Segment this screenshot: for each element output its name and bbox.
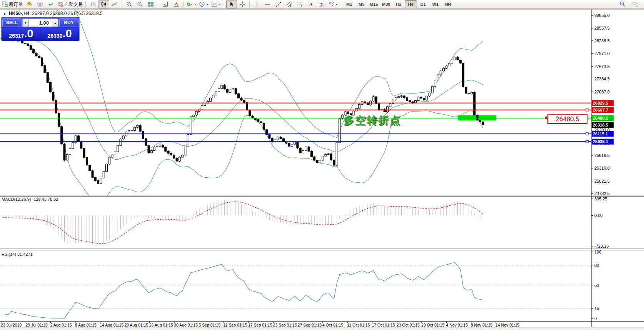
volume-decrease-button[interactable]: ▾ bbox=[22, 18, 29, 27]
dropdown-caret-icon[interactable]: ▼ bbox=[206, 3, 209, 6]
hline-handle[interactable] bbox=[586, 140, 588, 143]
fibonacci-button[interactable]: F bbox=[295, 0, 305, 8]
svg-text:80: 80 bbox=[594, 263, 599, 268]
vertical-line-button[interactable] bbox=[252, 0, 262, 8]
tf-h4[interactable]: H4 bbox=[405, 0, 417, 8]
crosshair-icon bbox=[239, 1, 245, 7]
x-tick-label: 14 Aug 01:15 bbox=[100, 323, 123, 327]
tf-w1[interactable]: W1 bbox=[429, 0, 442, 8]
new-order-button[interactable]: 新订单 bbox=[1, 0, 24, 8]
toolbar-right-group bbox=[617, 0, 643, 8]
dropdown-caret-icon[interactable]: ▼ bbox=[219, 3, 221, 6]
trendline-button[interactable] bbox=[273, 0, 284, 8]
channel-button[interactable]: E bbox=[284, 0, 295, 8]
horizontal-line-button[interactable] bbox=[262, 0, 273, 8]
tf-h1[interactable]: H1 bbox=[392, 0, 405, 8]
candlestick-chart-button[interactable] bbox=[98, 0, 109, 8]
auto-scroll-button[interactable] bbox=[160, 0, 171, 8]
buy-price[interactable]: 26330.0 bbox=[41, 28, 78, 41]
window-bottom-strip bbox=[0, 328, 644, 330]
tf-m5[interactable]: M5 bbox=[355, 0, 368, 8]
toolbar-separator bbox=[183, 1, 184, 7]
chat-button[interactable] bbox=[630, 0, 641, 8]
indicators-icon bbox=[187, 1, 193, 7]
price-box-text: 26480.5 bbox=[556, 115, 579, 123]
hline-icon bbox=[265, 1, 271, 7]
terminal-button[interactable] bbox=[35, 0, 45, 8]
collapse-panel-icon[interactable]: ▲ bbox=[3, 12, 6, 15]
indicators-button[interactable]: ▼ bbox=[185, 0, 198, 8]
volume-increase-button[interactable]: ▴ bbox=[52, 18, 58, 27]
tf-m15[interactable]: M15 bbox=[368, 0, 380, 8]
svg-text:26480.5: 26480.5 bbox=[593, 116, 608, 120]
x-tick-label: 14 Nov 01:15 bbox=[496, 323, 520, 327]
hline-handle[interactable] bbox=[586, 133, 588, 135]
sell-price[interactable]: 26317.0 bbox=[2, 28, 40, 41]
y-tick-label: 27971.0 bbox=[594, 51, 610, 56]
dropdown-caret-icon[interactable]: ▼ bbox=[335, 3, 338, 6]
chart-title-line: ▲ HK50-,H4 26297.0 26398.0 26176.5 26318… bbox=[3, 11, 103, 16]
tf-m30[interactable]: M30 bbox=[380, 0, 392, 8]
zoom-out-button[interactable] bbox=[135, 0, 145, 8]
svg-text:-723.16: -723.16 bbox=[594, 244, 609, 248]
signal-icon bbox=[48, 1, 54, 7]
x-tick-label: 29 Jul 01:15 bbox=[25, 323, 47, 327]
x-tick-label: 23 Oct 01:15 bbox=[397, 323, 420, 327]
cursor-button[interactable] bbox=[226, 0, 237, 8]
x-tick-label: 11 Sep 01:15 bbox=[224, 323, 247, 327]
arrows-button[interactable]: ▼ bbox=[327, 0, 339, 8]
chart-canvas[interactable]: 多空转折点多空转折点26480.5MACD(12,26,9) -129.43 7… bbox=[0, 0, 644, 330]
chart-shift-button[interactable] bbox=[171, 0, 182, 8]
y-tick-label: 25319.0 bbox=[594, 166, 610, 170]
svg-text:26829.5: 26829.5 bbox=[593, 101, 608, 105]
svg-text:E: E bbox=[290, 5, 292, 7]
svg-text:26318.5: 26318.5 bbox=[593, 123, 608, 127]
svg-text:25935.1: 25935.1 bbox=[593, 139, 608, 144]
x-tick-label: 20 Aug 01:15 bbox=[125, 323, 148, 327]
auto-trading-button[interactable]: 自动交易 bbox=[56, 0, 84, 8]
template-icon bbox=[211, 1, 217, 7]
search-button[interactable] bbox=[617, 0, 628, 8]
tile-windows-button[interactable] bbox=[145, 0, 156, 8]
toolbar-separator bbox=[249, 1, 250, 7]
tf-mn[interactable]: MN bbox=[442, 0, 454, 8]
vline-icon bbox=[254, 1, 260, 7]
dropdown-caret-icon[interactable]: ▼ bbox=[194, 3, 197, 6]
label-icon: T bbox=[319, 1, 325, 7]
y-tick-label: 27384.5 bbox=[594, 77, 610, 81]
x-tick-label: 27 Sep 01:15 bbox=[298, 323, 322, 327]
one-click-trading-panel: SELL ▾ 1.00 ▴ BUY 26317.0 26330.0 bbox=[1, 17, 80, 41]
volume-input[interactable]: 1.00 bbox=[29, 18, 52, 27]
zoom-in-button[interactable] bbox=[124, 0, 135, 8]
svg-text:F: F bbox=[301, 5, 302, 7]
templates-button[interactable]: ▼ bbox=[210, 0, 222, 8]
toolbar-separator bbox=[341, 1, 342, 7]
text-label-button[interactable]: T bbox=[316, 0, 327, 8]
clock-icon bbox=[199, 1, 205, 7]
tf-m1[interactable]: M1 bbox=[343, 0, 355, 8]
new-order-icon bbox=[2, 1, 8, 7]
signals-button[interactable] bbox=[45, 0, 56, 8]
x-tick-label: 23 Jul 2019 bbox=[1, 323, 22, 327]
turning-point-text[interactable]: 多空转折点 bbox=[344, 115, 401, 126]
y-tick-label: 27673.5 bbox=[594, 64, 610, 69]
x-tick-label: 17 Oct 01:15 bbox=[372, 323, 395, 327]
volume-stepper: ▾ 1.00 ▴ bbox=[22, 18, 58, 27]
market-watch-button[interactable] bbox=[24, 0, 35, 8]
text-icon: A bbox=[308, 1, 314, 7]
tile-icon bbox=[148, 1, 154, 7]
svg-text:15: 15 bbox=[594, 306, 599, 311]
sell-button[interactable]: SELL bbox=[2, 18, 22, 27]
periods-button[interactable]: ▼ bbox=[198, 0, 210, 8]
new-order-button-label: 新订单 bbox=[9, 1, 23, 8]
line-chart-button[interactable] bbox=[109, 0, 120, 8]
svg-text:26667.7: 26667.7 bbox=[593, 108, 608, 112]
y-tick-label: 28855.0 bbox=[594, 13, 610, 18]
bar-chart-button[interactable] bbox=[88, 0, 98, 8]
tf-d1[interactable]: D1 bbox=[417, 0, 429, 8]
text-button[interactable]: A bbox=[305, 0, 316, 8]
x-tick-label: 17 Sep 01:15 bbox=[248, 323, 272, 327]
buy-button[interactable]: BUY bbox=[59, 18, 78, 27]
crosshair-button[interactable] bbox=[237, 0, 248, 8]
hline-handle[interactable] bbox=[586, 109, 588, 111]
